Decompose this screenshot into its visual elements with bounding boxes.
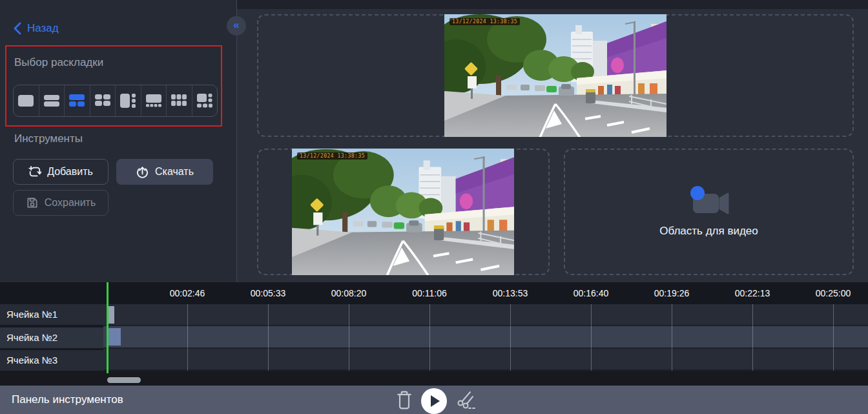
layout-option-one-top-four-bottom[interactable] — [141, 85, 167, 116]
ruler-time-label: 00:16:40 — [574, 288, 609, 298]
timeline-gridline — [349, 304, 349, 371]
photo-timestamp: 13/12/2024 13:38:35 — [450, 18, 520, 25]
play-button[interactable] — [421, 388, 447, 414]
track-lane-3[interactable] — [103, 349, 868, 371]
timeline-gridline — [510, 304, 511, 371]
timeline-gridline — [268, 304, 269, 371]
timeline-clip-track1[interactable] — [108, 306, 114, 324]
timeline-gridline — [429, 304, 430, 371]
collapse-sidebar-button[interactable]: « — [227, 16, 246, 36]
chevron-left-icon — [13, 22, 22, 35]
ruler-time-label: 00:11:06 — [412, 288, 446, 298]
add-button[interactable]: Добавить — [13, 159, 108, 185]
video-drop-area[interactable]: Область для видео — [564, 149, 854, 275]
ruler-time-label: 00:05:33 — [251, 288, 286, 298]
trash-icon — [396, 391, 413, 409]
playhead[interactable] — [107, 282, 108, 373]
timeline-ruler[interactable]: 00:02:4600:05:3300:08:2000:11:0600:13:53… — [0, 282, 868, 304]
layout-option-grid-3x2[interactable] — [167, 85, 192, 116]
timeline-gridline — [672, 304, 672, 371]
ruler-time-label: 00:13:53 — [493, 288, 528, 298]
ruler-time-label: 00:19:26 — [654, 288, 690, 298]
ruler-time-label: 00:08:20 — [331, 288, 367, 298]
play-icon — [431, 395, 440, 407]
upload-circle-icon — [136, 165, 149, 179]
timeline-gridline — [833, 304, 834, 371]
back-label: Назад — [27, 22, 59, 35]
track-label-1[interactable]: Ячейка №1 — [0, 304, 103, 325]
layout-option-one-left-five-around[interactable] — [192, 85, 218, 116]
delete-button[interactable] — [396, 391, 413, 409]
add-loop-icon — [28, 165, 41, 178]
bottom-toolbar: Панель инструментов — [0, 386, 868, 414]
preview-top-strip — [237, 0, 868, 9]
layout-picker — [13, 85, 218, 117]
track-label-2[interactable]: Ячейка №2 — [0, 327, 103, 348]
preview-photo-cell2[interactable]: 13/12/2024 13:38:35 — [292, 149, 514, 275]
timeline-gridline — [591, 304, 592, 371]
toolbar-actions — [396, 386, 477, 414]
collapse-icon: « — [233, 19, 239, 32]
layout-option-one-top-two-bottom[interactable] — [65, 85, 90, 116]
timeline-scrollbar — [0, 371, 868, 386]
layout-option-grid-2x2[interactable] — [90, 85, 116, 116]
scrollbar-thumb[interactable] — [107, 377, 141, 383]
photo-timestamp: 13/12/2024 13:38:35 — [297, 152, 367, 160]
save-button-label: Сохранить — [45, 197, 96, 209]
preview-photo-cell1[interactable]: 13/12/2024 13:38:35 — [444, 14, 666, 137]
floppy-disk-icon — [26, 196, 39, 209]
download-button[interactable]: Скачать — [116, 159, 213, 185]
sidebar: Назад Выбор раскладки Инструменты Добави… — [0, 0, 236, 282]
cut-button[interactable] — [455, 391, 477, 409]
video-camera-icon — [688, 186, 730, 217]
ruler-time-label: 00:22:13 — [735, 288, 770, 298]
toolbar-title: Панель инструментов — [12, 393, 123, 406]
video-drop-area-label: Область для видео — [659, 225, 758, 238]
back-button[interactable]: Назад — [13, 22, 59, 35]
layout-section-title: Выбор раскладки — [14, 56, 103, 69]
track-lane-2[interactable] — [103, 326, 868, 349]
layout-option-single[interactable] — [14, 85, 39, 116]
add-button-label: Добавить — [47, 166, 93, 178]
track-label-3[interactable]: Ячейка №3 — [0, 350, 103, 371]
ruler-time-label: 00:02:46 — [170, 288, 205, 298]
track-lane-1[interactable] — [103, 304, 868, 326]
scissors-icon — [455, 391, 477, 409]
tools-section-title: Инструменты — [14, 132, 83, 145]
save-button[interactable]: Сохранить — [13, 190, 108, 216]
video-editor-app: Назад Выбор раскладки Инструменты Добави… — [0, 0, 868, 414]
timeline-clip-track2[interactable] — [108, 328, 121, 346]
layout-option-two-rows[interactable] — [39, 85, 65, 116]
layout-option-one-left-three-right[interactable] — [116, 85, 141, 116]
download-button-label: Скачать — [155, 166, 194, 178]
ruler-time-label: 00:25:00 — [816, 288, 851, 298]
timeline-gridline — [187, 304, 188, 371]
tracks-area: Ячейка №1Ячейка №2Ячейка №3 — [0, 304, 868, 371]
timeline-gridline — [752, 304, 753, 371]
